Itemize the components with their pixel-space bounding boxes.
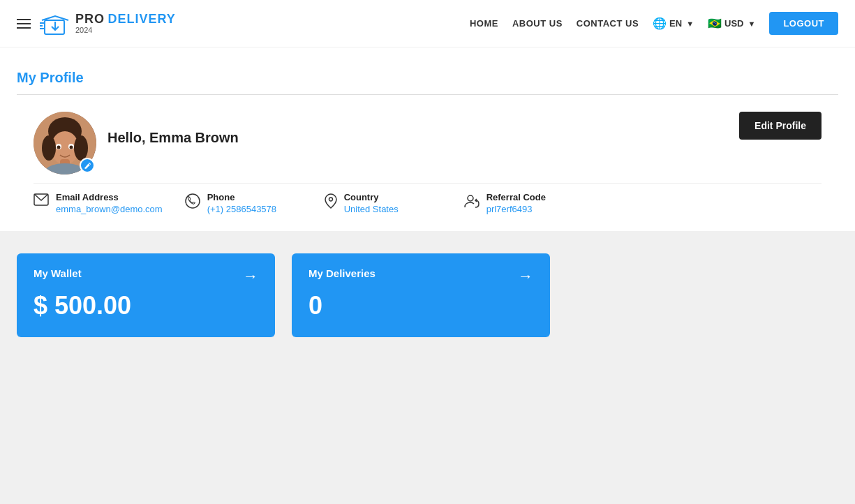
deliveries-arrow: →: [518, 267, 533, 286]
phone-detail: Phone (+1) 2586543578: [185, 184, 325, 214]
profile-section: My Profile: [0, 47, 855, 231]
nav-about[interactable]: ABOUT US: [512, 18, 563, 29]
email-label: Email Address: [56, 192, 163, 202]
logo-delivery: DELIVERY: [107, 12, 175, 26]
header-right: HOME ABOUT US CONTACT US 🌐 EN ▼ 🇧🇷 USD ▼…: [470, 12, 838, 35]
profile-greeting: Hello, Emma Brown: [107, 130, 239, 146]
country-value: United States: [344, 204, 399, 214]
referral-icon: [464, 193, 479, 212]
deliveries-card[interactable]: My Deliveries → 0: [292, 253, 550, 337]
deliveries-value: 0: [308, 291, 533, 320]
lang-chevron-icon: ▼: [686, 20, 694, 28]
referral-label: Referral Code: [486, 192, 546, 202]
svg-point-18: [186, 194, 200, 208]
avatar-wrap: [34, 112, 96, 175]
location-icon: [325, 193, 337, 212]
stats-section: My Wallet → $ 500.00 My Deliveries → 0: [0, 231, 855, 360]
currency-selector[interactable]: 🇧🇷 USD ▼: [708, 17, 755, 30]
wallet-card[interactable]: My Wallet → $ 500.00: [17, 253, 275, 337]
edit-avatar-badge[interactable]: [80, 158, 95, 173]
nav-home[interactable]: HOME: [470, 18, 498, 29]
phone-icon: [185, 193, 200, 212]
svg-point-19: [329, 198, 332, 201]
language-selector[interactable]: 🌐 EN ▼: [653, 17, 694, 30]
referral-value: prl7erf6493: [486, 204, 546, 214]
email-detail: Email Address emma_brown@demo.com: [34, 184, 185, 214]
svg-point-9: [74, 135, 88, 161]
phone-label: Phone: [207, 192, 276, 202]
wallet-label: My Wallet: [34, 267, 82, 279]
nav-contact[interactable]: CONTACT US: [577, 18, 639, 29]
logo[interactable]: PRO DELIVERY 2024: [39, 10, 176, 37]
hamburger-menu[interactable]: [17, 19, 31, 29]
deliveries-card-top: My Deliveries →: [308, 267, 533, 286]
svg-point-20: [468, 195, 473, 201]
profile-left: Hello, Emma Brown: [34, 112, 239, 175]
edit-profile-button[interactable]: Edit Profile: [739, 112, 821, 140]
page-title: My Profile: [17, 59, 838, 94]
country-label: Country: [344, 192, 399, 202]
currency-chevron-icon: ▼: [748, 20, 756, 28]
logout-button[interactable]: LOGOUT: [769, 12, 838, 35]
profile-card: Hello, Emma Brown Edit Profile Email Add…: [17, 95, 838, 231]
wallet-value: $ 500.00: [34, 291, 258, 320]
email-icon: [34, 193, 49, 209]
profile-top: Hello, Emma Brown Edit Profile: [34, 112, 821, 175]
svg-point-15: [70, 146, 73, 149]
phone-value: (+1) 2586543578: [207, 204, 276, 214]
profile-details: Email Address emma_brown@demo.com Phone …: [34, 184, 821, 214]
logo-text: PRO DELIVERY 2024: [75, 13, 176, 35]
wallet-arrow: →: [243, 267, 258, 286]
logo-pro: PRO: [75, 12, 105, 26]
email-value: emma_brown@demo.com: [56, 204, 163, 214]
deliveries-label: My Deliveries: [308, 267, 376, 279]
referral-detail: Referral Code prl7erf6493: [464, 184, 604, 214]
pencil-icon: [84, 162, 91, 170]
svg-point-8: [42, 135, 56, 161]
header: PRO DELIVERY 2024 HOME ABOUT US CONTACT …: [0, 0, 855, 47]
logo-year: 2024: [75, 26, 176, 34]
country-detail: Country United States: [325, 184, 464, 214]
svg-point-14: [57, 146, 61, 149]
page-content: My Profile: [0, 47, 855, 360]
header-left: PRO DELIVERY 2024: [17, 10, 176, 37]
logo-icon: [39, 10, 71, 37]
wallet-card-top: My Wallet →: [34, 267, 258, 286]
